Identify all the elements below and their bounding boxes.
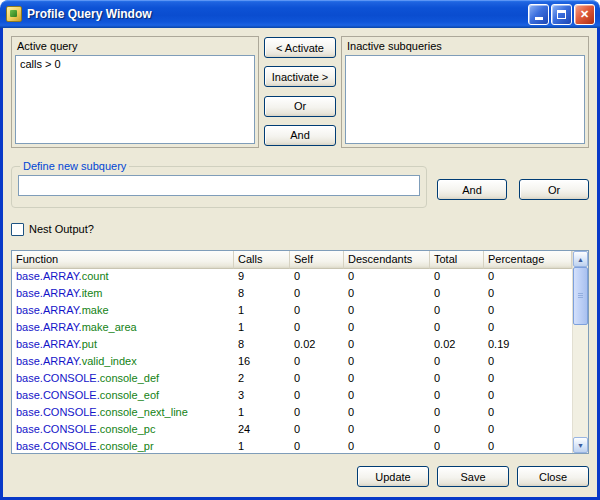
value-cell: 0 [484,439,572,453]
table-row[interactable]: base.CONSOLE.console_def20000 [12,371,572,388]
active-query-list[interactable]: calls > 0 [15,55,255,144]
value-cell: 0 [290,439,344,453]
value-cell: 0 [430,422,484,439]
value-cell: 1 [234,439,290,453]
value-cell: 0 [484,286,572,303]
value-cell: 0.19 [484,337,572,354]
function-cell: base.ARRAY.make [12,303,234,320]
close-button[interactable]: ✕ [574,4,595,25]
scrollbar-thumb[interactable] [573,267,588,325]
close-icon: ✕ [580,9,589,20]
query-move-buttons: < Activate Inactivate > Or And [259,36,341,148]
subquery-section: Define new subquery And Or [11,160,589,208]
value-cell: 0 [430,439,484,453]
maximize-icon [557,10,566,19]
profile-query-window: Profile Query Window ✕ Active query call… [0,0,600,500]
value-cell: 0 [430,320,484,337]
titlebar[interactable]: Profile Query Window ✕ [0,0,600,28]
value-cell: 0 [344,303,430,320]
inactive-subqueries-list[interactable] [345,55,585,144]
active-query-panel: Active query calls > 0 [11,36,259,148]
value-cell: 16 [234,354,290,371]
value-cell: 0 [484,269,572,286]
function-cell: base.CONSOLE.console_def [12,371,234,388]
value-cell: 0 [430,286,484,303]
table-row[interactable]: base.ARRAY.valid_index160000 [12,354,572,371]
table-row[interactable]: base.ARRAY.make_area10000 [12,320,572,337]
table-row[interactable]: base.ARRAY.put80.0200.020.19 [12,337,572,354]
subquery-or-button[interactable]: Or [519,179,589,200]
inactivate-button[interactable]: Inactivate > [264,66,336,87]
value-cell: 0 [484,303,572,320]
minimize-icon [535,17,543,20]
table-scrollbar[interactable]: ▲ ▼ [572,251,588,453]
column-header-calls[interactable]: Calls [234,251,290,269]
table-row[interactable]: base.CONSOLE.console_pc240000 [12,422,572,439]
table-row[interactable]: base.CONSOLE.console_pr10000 [12,439,572,453]
update-button[interactable]: Update [357,466,429,487]
save-button[interactable]: Save [437,466,509,487]
value-cell: 0 [344,286,430,303]
scroll-down-icon: ▼ [577,442,584,449]
subquery-and-button[interactable]: And [437,179,507,200]
value-cell: 1 [234,303,290,320]
column-header-total[interactable]: Total [430,251,484,269]
value-cell: 0 [344,405,430,422]
value-cell: 0 [290,388,344,405]
maximize-button[interactable] [551,4,572,25]
value-cell: 0 [344,422,430,439]
column-header-descendants[interactable]: Descendants [344,251,430,269]
value-cell: 0 [290,422,344,439]
table-row[interactable]: base.ARRAY.item80000 [12,286,572,303]
column-header-function[interactable]: Function [12,251,234,269]
value-cell: 0 [430,371,484,388]
value-cell: 0.02 [430,337,484,354]
function-cell: base.ARRAY.count [12,269,234,286]
column-header-percentage[interactable]: Percentage [484,251,572,269]
value-cell: 0 [430,354,484,371]
scroll-up-icon: ▲ [577,256,584,263]
value-cell: 0 [484,405,572,422]
table-header: Function Calls Self Descendants Total Pe… [12,251,572,269]
and-button[interactable]: And [264,125,336,146]
value-cell: 0 [344,320,430,337]
value-cell: 0 [290,286,344,303]
table-row[interactable]: base.ARRAY.make10000 [12,303,572,320]
close-dialog-button[interactable]: Close [517,466,589,487]
function-cell: base.CONSOLE.console_next_line [12,405,234,422]
activate-button[interactable]: < Activate [264,37,336,58]
value-cell: 24 [234,422,290,439]
nest-output-option: Nest Output? [11,222,589,236]
or-button[interactable]: Or [264,96,336,117]
value-cell: 0 [430,269,484,286]
subquery-input[interactable] [18,175,420,196]
window-title: Profile Query Window [27,7,526,21]
value-cell: 0 [344,371,430,388]
scroll-down-button[interactable]: ▼ [573,437,588,453]
table-row[interactable]: base.CONSOLE.console_eof30000 [12,388,572,405]
value-cell: 0 [344,269,430,286]
value-cell: 9 [234,269,290,286]
column-header-self[interactable]: Self [290,251,344,269]
scrollbar-track[interactable] [573,267,588,437]
footer-buttons: Update Save Close [11,466,589,487]
table-row[interactable]: base.CONSOLE.console_next_line10000 [12,405,572,422]
value-cell: 0 [344,354,430,371]
value-cell: 0 [290,269,344,286]
value-cell: 0 [344,337,430,354]
scroll-up-button[interactable]: ▲ [573,251,588,267]
nest-output-checkbox[interactable] [11,223,24,236]
profile-table: Function Calls Self Descendants Total Pe… [11,250,589,454]
value-cell: 0 [290,405,344,422]
value-cell: 0 [290,303,344,320]
profile-table-main: Function Calls Self Descendants Total Pe… [12,251,572,453]
value-cell: 8 [234,286,290,303]
active-query-item[interactable]: calls > 0 [20,58,250,70]
value-cell: 0.02 [290,337,344,354]
minimize-button[interactable] [528,4,549,25]
table-row[interactable]: base.ARRAY.count90000 [12,269,572,286]
function-cell: base.CONSOLE.console_pr [12,439,234,453]
function-cell: base.ARRAY.put [12,337,234,354]
nest-output-label: Nest Output? [29,223,94,235]
value-cell: 0 [430,303,484,320]
